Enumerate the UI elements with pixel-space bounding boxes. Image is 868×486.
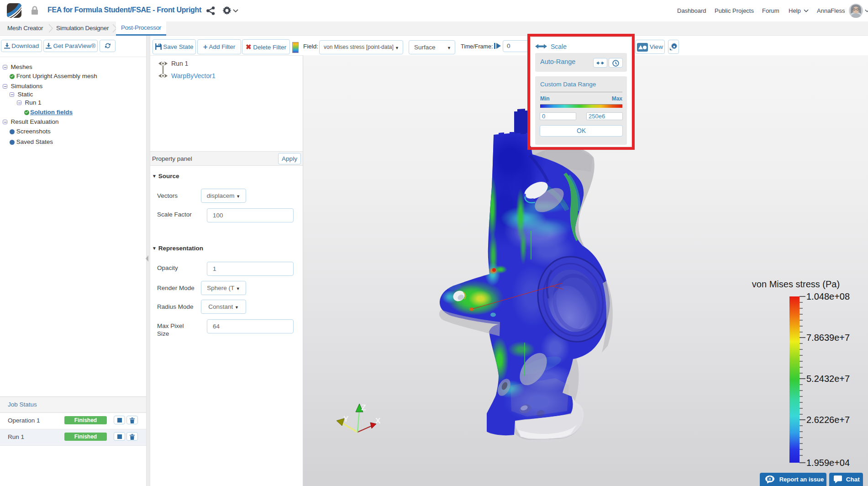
svg-text:Y: Y (343, 415, 348, 423)
svg-text:1.959e+04: 1.959e+04 (806, 458, 850, 468)
svg-text:Run 1: Run 1 (171, 60, 189, 67)
svg-text:WarpByVector1: WarpByVector1 (171, 72, 216, 79)
svg-text:7.8639e+7: 7.8639e+7 (806, 333, 850, 343)
svg-text:X: X (375, 417, 380, 425)
svg-text:2.6226e+7: 2.6226e+7 (806, 415, 850, 425)
svg-text:1.048e+08: 1.048e+08 (806, 291, 850, 301)
svg-text:Z: Z (361, 403, 366, 412)
svg-text:5.2432e+7: 5.2432e+7 (806, 374, 850, 384)
